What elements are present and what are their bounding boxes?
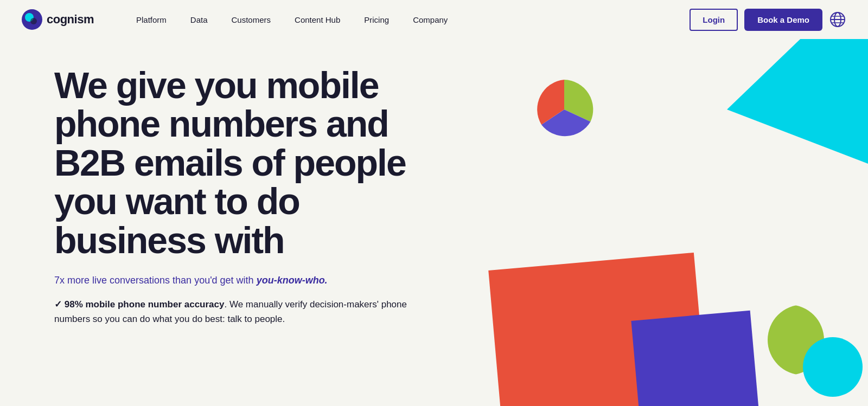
hero-subtitle-italic: you-know-who.	[257, 275, 328, 286]
pie-chart-svg	[532, 77, 597, 142]
hero-stat-bold: ✓ 98% mobile phone number accuracy	[54, 299, 224, 310]
nav-item-platform[interactable]: Platform	[126, 10, 176, 30]
hero-subtitle-plain: 7x more live conversations than you'd ge…	[54, 275, 257, 286]
logo-text: cognism	[47, 12, 94, 27]
decorative-shapes	[407, 39, 868, 406]
cognism-logo-icon	[22, 9, 42, 30]
hero-content: We give you mobile phone numbers and B2B…	[54, 55, 434, 406]
hero-stat: ✓ 98% mobile phone number accuracy. We m…	[54, 297, 434, 326]
nav-item-customers[interactable]: Customers	[222, 10, 281, 30]
nav-links: Platform Data Customers Content Hub Pric…	[126, 10, 690, 30]
svg-point-2	[30, 18, 37, 24]
cyan-triangle-shape	[727, 39, 868, 164]
hero-section: We give you mobile phone numbers and B2B…	[0, 39, 868, 406]
cyan-circle-shape	[803, 337, 863, 397]
globe-icon[interactable]	[829, 11, 846, 28]
nav-item-pricing[interactable]: Pricing	[354, 10, 399, 30]
purple-rectangle-shape	[631, 311, 760, 406]
hero-subtitle: 7x more live conversations than you'd ge…	[54, 275, 434, 286]
book-demo-button[interactable]: Book a Demo	[744, 9, 822, 31]
logo-link[interactable]: cognism	[22, 9, 94, 30]
nav-item-data[interactable]: Data	[181, 10, 218, 30]
nav-item-company[interactable]: Company	[403, 10, 457, 30]
nav-actions: Login Book a Demo	[690, 9, 846, 31]
nav-item-content-hub[interactable]: Content Hub	[285, 10, 350, 30]
login-button[interactable]: Login	[690, 9, 738, 31]
navbar: cognism Platform Data Customers Content …	[0, 0, 868, 39]
hero-title: We give you mobile phone numbers and B2B…	[54, 66, 434, 260]
pie-chart	[532, 77, 597, 142]
